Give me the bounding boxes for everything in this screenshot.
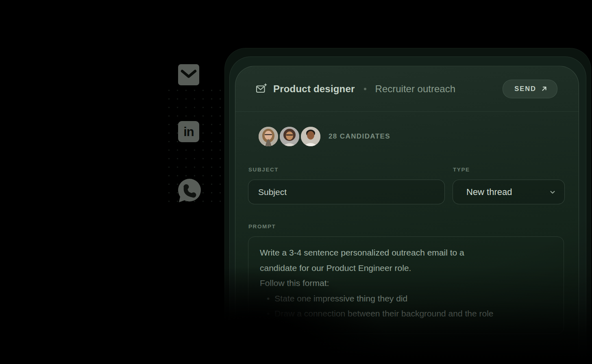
arrow-up-right-icon	[541, 86, 547, 92]
linkedin-icon-text: in	[183, 126, 194, 138]
candidate-avatar-1	[259, 127, 278, 146]
candidate-avatar-2	[280, 127, 299, 146]
outreach-composer-card: Product designer Recruiter outreach SEND	[235, 66, 579, 364]
page-title: Product designer	[273, 83, 355, 95]
prompt-textarea[interactable]: Write a 3-4 sentence personalized outrea…	[248, 236, 564, 334]
send-button[interactable]: SEND	[503, 80, 557, 98]
chevron-down-icon	[549, 188, 556, 196]
mail-sparkle-icon	[256, 83, 267, 94]
prompt-line: Write a 3-4 sentence personalized outrea…	[260, 245, 552, 260]
candidate-avatar-3	[301, 127, 320, 146]
prompt-bullet-item: • Draw a connection between their backgr…	[260, 306, 552, 321]
prompt-bullet-text: State one impressive thing they did	[274, 291, 407, 306]
whatsapp-icon	[176, 178, 202, 204]
type-select[interactable]: New thread	[453, 180, 565, 204]
separator-dot	[364, 88, 366, 90]
bullet-dot: •	[267, 291, 270, 306]
prompt-line: candidate for our Product Engineer role.	[260, 260, 552, 276]
send-button-label: SEND	[514, 85, 536, 93]
prompt-bullet-text: Draw a connection between their backgrou…	[274, 306, 493, 321]
bullet-dot: •	[267, 306, 270, 321]
prompt-bullet-item: • State one impressive thing they did	[260, 291, 552, 306]
candidates-count: 28 CANDIDATES	[329, 132, 390, 141]
fields-row: SUBJECT TYPE New thread	[248, 167, 564, 204]
candidates-row: 28 CANDIDATES	[259, 127, 564, 146]
prompt-label: PROMPT	[248, 223, 564, 230]
prompt-field-group: PROMPT Write a 3-4 sentence personalized…	[248, 223, 564, 334]
type-field-group: TYPE New thread	[453, 167, 565, 204]
page-subtitle: Recruiter outreach	[375, 83, 455, 95]
subject-label: SUBJECT	[248, 167, 445, 173]
subject-field-group: SUBJECT	[248, 167, 445, 204]
type-select-value: New thread	[466, 187, 549, 197]
type-label: TYPE	[453, 167, 565, 173]
linkedin-icon: in	[178, 121, 199, 142]
header-divider	[235, 111, 579, 112]
prompt-line: Follow this format:	[260, 275, 552, 291]
page: in Product designer Recruiter outreach S…	[0, 0, 592, 364]
card-header: Product designer Recruiter outreach SEND	[235, 66, 579, 111]
subject-input[interactable]	[248, 180, 445, 204]
email-icon	[178, 64, 199, 85]
card-body: 28 CANDIDATES SUBJECT TYPE New thread	[235, 111, 579, 334]
